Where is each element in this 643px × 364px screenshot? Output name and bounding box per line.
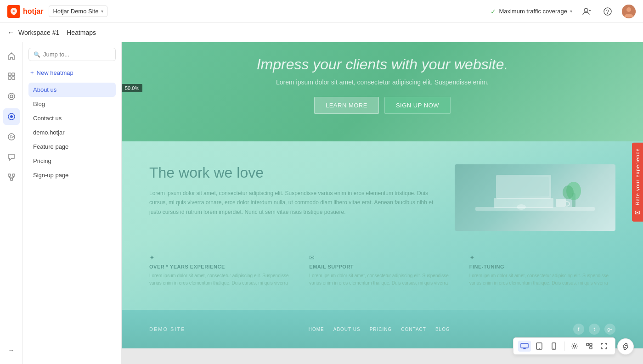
work-text: The work we love Lorem ipsum dolor sit a… (149, 164, 436, 217)
page-list-item[interactable]: Feature page (28, 140, 116, 154)
feedback-icon (7, 153, 16, 161)
desktop-view-button[interactable] (518, 341, 531, 352)
traffic-coverage-selector[interactable]: ✓ Maximum traffic coverage ▾ (491, 8, 572, 15)
sidebar-item-dashboard[interactable] (3, 68, 20, 84)
sidebar-item-surveys[interactable] (3, 88, 20, 105)
sign-up-button[interactable]: SIGN UP NOW (384, 97, 451, 114)
sidebar-item-recordings[interactable] (3, 129, 20, 145)
site-chevron-icon: ▾ (101, 9, 103, 14)
bottom-toolbar (513, 337, 615, 355)
feature-icon: ✉ (309, 254, 455, 261)
social-icon[interactable]: t (589, 324, 600, 335)
footer-nav-item[interactable]: BLOG (435, 327, 450, 332)
svg-rect-17 (10, 178, 12, 180)
footer-nav-item[interactable]: CONTACT (401, 327, 426, 332)
hotjar-logo-icon (7, 5, 20, 18)
social-icon[interactable]: f (573, 324, 584, 335)
avatar[interactable] (622, 5, 636, 18)
feature-description: Lorem ipsum dolor sit amet, consectetur … (469, 272, 615, 287)
svg-point-5 (626, 7, 631, 12)
add-user-icon (582, 7, 591, 16)
demo-site: 50.0% Impress your clients with your web… (122, 42, 643, 348)
page-list-item[interactable]: Sign-up page (28, 168, 116, 182)
back-button[interactable]: ← (7, 28, 15, 37)
svg-rect-25 (556, 199, 566, 207)
feature-icon: ✦ (149, 254, 295, 261)
page-list-item[interactable]: demo.hotjar (28, 125, 116, 140)
traffic-chevron-icon: ▾ (570, 9, 572, 14)
new-heatmap-button[interactable]: + New heatmap (28, 67, 116, 79)
work-image-placeholder (455, 164, 615, 231)
svg-point-26 (517, 204, 526, 210)
svg-point-10 (8, 93, 15, 100)
home-icon (7, 52, 16, 60)
expand-icon (600, 342, 608, 350)
svg-rect-34 (590, 343, 592, 346)
feature-title: OVER * YEARS EXPERIENCE (149, 264, 295, 269)
page-list-item[interactable]: About us (28, 83, 116, 97)
footer-nav-item[interactable]: HOME (309, 327, 324, 332)
top-nav-right: ✓ Maximum traffic coverage ▾ ? (491, 5, 636, 18)
svg-point-13 (10, 115, 13, 118)
svg-rect-8 (8, 77, 11, 79)
page-list-item[interactable]: Contact us (28, 111, 116, 125)
toolbar-divider (564, 342, 564, 351)
work-section: The work we love Lorem ipsum dolor sit a… (122, 141, 643, 310)
recordings-icon (7, 133, 16, 141)
workspace-illustration (471, 166, 599, 230)
svg-point-24 (563, 185, 574, 199)
page-list: About usBlogContact usdemo.hotjarFeature… (28, 83, 116, 182)
breadcrumb-current: Heatmaps (67, 29, 96, 36)
sidebar-expand-button[interactable]: → (3, 342, 20, 358)
hotjar-logo[interactable]: hotjar (7, 5, 43, 18)
avatar-image (622, 5, 636, 18)
main-layout: → 🔍 + New heatmap About usBlogContact us… (0, 42, 643, 364)
mobile-view-button[interactable] (547, 341, 560, 352)
feature-item: ✦ OVER * YEARS EXPERIENCE Lorem ipsum do… (149, 254, 295, 287)
tablet-view-button[interactable] (533, 341, 546, 352)
social-icon[interactable]: g+ (604, 324, 615, 335)
dashboard-icon (7, 72, 16, 80)
learn-more-button[interactable]: LEARN MORE (314, 97, 379, 114)
search-input[interactable] (43, 51, 111, 58)
traffic-check-icon: ✓ (491, 8, 496, 15)
search-icon: 🔍 (34, 51, 40, 58)
expand-button[interactable] (598, 341, 610, 352)
hero-buttons: LEARN MORE SIGN UP NOW (131, 97, 634, 114)
feature-item: ✉ EMAIL SUPPORT Lorem ipsum dolor sit am… (309, 254, 455, 287)
svg-point-32 (574, 345, 576, 347)
sidebar-item-feedback[interactable] (3, 149, 20, 165)
svg-rect-16 (12, 174, 15, 176)
work-image (455, 164, 615, 231)
settings-button[interactable] (568, 341, 581, 352)
search-box[interactable]: 🔍 (28, 48, 116, 61)
share-icon (586, 342, 593, 350)
share-button[interactable] (583, 341, 596, 352)
svg-text:?: ? (606, 9, 609, 15)
percentage-badge: 50.0% (122, 84, 142, 92)
sidebar-item-heatmaps[interactable] (3, 108, 20, 125)
help-icon: ? (604, 7, 612, 16)
heatmap-panel: 🔍 + New heatmap About usBlogContact usde… (23, 42, 122, 364)
sidebar-item-integrations[interactable] (3, 169, 20, 185)
page-list-item[interactable]: Blog (28, 97, 116, 111)
rate-experience-panel[interactable]: Rate your experience ✉ (632, 142, 643, 222)
svg-rect-9 (12, 77, 15, 79)
hero-title: Impress your clients with your website. (131, 56, 634, 73)
page-list-item[interactable]: Pricing (28, 154, 116, 168)
traffic-coverage-label: Maximum traffic coverage (499, 8, 567, 15)
content-area: 50.0% Impress your clients with your web… (122, 42, 643, 364)
feature-description: Lorem ipsum dolor sit amet, consectetur … (309, 272, 455, 287)
help-button[interactable]: ? (601, 5, 615, 18)
feature-description: Lorem ipsum dolor sit amet, consectetur … (149, 272, 295, 287)
feature-title: EMAIL SUPPORT (309, 264, 455, 269)
link-button[interactable] (617, 338, 634, 355)
add-user-button[interactable] (580, 5, 593, 18)
svg-rect-33 (587, 343, 589, 346)
svg-rect-7 (12, 73, 15, 76)
footer-nav-item[interactable]: PRICING (370, 327, 392, 332)
footer-nav-item[interactable]: ABOUT US (333, 327, 361, 332)
site-selector[interactable]: Hotjar Demo Site ▾ (49, 6, 107, 17)
svg-point-29 (539, 348, 540, 349)
sidebar-item-home[interactable] (3, 48, 20, 64)
